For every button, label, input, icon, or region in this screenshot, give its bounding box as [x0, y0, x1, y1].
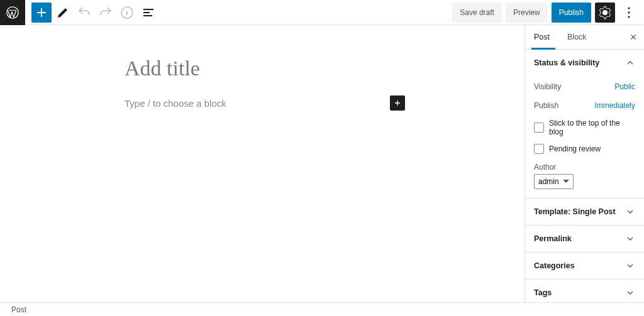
top-toolbar: Save draft Preview Publish: [0, 0, 644, 25]
outline-button[interactable]: [138, 3, 158, 23]
add-block-button[interactable]: [31, 3, 52, 23]
outline-icon: [141, 5, 156, 20]
wordpress-icon: [6, 6, 19, 19]
author-label: Author: [534, 158, 635, 174]
publish-value-link[interactable]: Immediately: [594, 101, 635, 110]
toolbar-left: [25, 3, 158, 23]
info-icon: [119, 5, 135, 20]
inline-add-block-button[interactable]: [390, 95, 405, 111]
edit-mode-button[interactable]: [53, 3, 73, 23]
undo-button[interactable]: [74, 3, 94, 23]
settings-sidebar: Post Block Status & visibility Visibilit…: [525, 25, 644, 302]
stick-top-checkbox[interactable]: [534, 123, 544, 133]
more-options-button[interactable]: [619, 3, 639, 23]
save-draft-button[interactable]: Save draft: [452, 3, 502, 23]
panel-title: Categories: [534, 261, 575, 270]
sidebar-tabs: Post Block: [525, 25, 644, 50]
visibility-value-link[interactable]: Public: [614, 82, 635, 91]
panel-template: Template: Single Post: [525, 199, 644, 226]
chevron-down-icon: [625, 234, 635, 244]
panel-permalink: Permalink: [525, 226, 644, 253]
panel-header-template[interactable]: Template: Single Post: [525, 199, 644, 225]
svg-point-3: [628, 11, 630, 13]
author-select[interactable]: admin: [534, 174, 574, 189]
panel-header-permalink[interactable]: Permalink: [525, 226, 644, 252]
kebab-icon: [621, 5, 636, 20]
chevron-down-icon: [625, 288, 635, 298]
panel-title: Template: Single Post: [534, 207, 616, 216]
pending-review-label: Pending review: [549, 144, 601, 153]
default-block-row: Type / to choose a block: [125, 95, 405, 111]
pencil-icon: [55, 5, 70, 20]
close-icon: [629, 33, 638, 41]
chevron-up-icon: [625, 58, 635, 68]
gear-icon: [597, 5, 613, 20]
redo-icon: [98, 5, 113, 20]
tab-block[interactable]: Block: [558, 25, 596, 49]
chevron-down-icon: [625, 261, 635, 271]
tab-post[interactable]: Post: [525, 25, 558, 49]
status-bar: Post: [0, 302, 644, 316]
main-area: Type / to choose a block Post Block Stat…: [0, 25, 644, 302]
publish-button[interactable]: Publish: [552, 3, 591, 23]
panel-title: Tags: [534, 288, 552, 297]
svg-point-2: [628, 7, 630, 9]
panel-status-visibility: Status & visibility Visibility Public Pu…: [525, 50, 644, 199]
svg-point-4: [628, 16, 630, 18]
plus-icon: [34, 5, 49, 20]
publish-label: Publish: [534, 101, 558, 110]
pending-review-checkbox[interactable]: [534, 144, 544, 154]
breadcrumb[interactable]: Post: [11, 305, 26, 314]
panel-categories: Categories: [525, 253, 644, 280]
plus-icon: [392, 98, 402, 108]
post-title-input[interactable]: [125, 57, 405, 80]
pending-review-row: Pending review: [534, 140, 635, 158]
stick-top-label: Stick to the top of the blog: [549, 119, 635, 136]
panel-tags: Tags: [525, 280, 644, 302]
visibility-label: Visibility: [534, 82, 561, 91]
settings-button[interactable]: [595, 3, 615, 23]
panel-header-tags[interactable]: Tags: [525, 280, 644, 302]
visibility-row: Visibility Public: [534, 77, 635, 96]
panel-header-status[interactable]: Status & visibility: [525, 50, 644, 76]
undo-icon: [77, 5, 92, 20]
editor-canvas: Type / to choose a block: [0, 25, 525, 302]
close-sidebar-button[interactable]: [623, 33, 644, 41]
stick-top-row: Stick to the top of the blog: [534, 115, 635, 140]
panel-title: Permalink: [534, 234, 572, 243]
toolbar-right: Save draft Preview Publish: [452, 3, 644, 23]
panel-body-status: Visibility Public Publish Immediately St…: [525, 76, 644, 198]
wordpress-logo[interactable]: [0, 0, 25, 25]
panel-header-categories[interactable]: Categories: [525, 253, 644, 279]
block-placeholder-text[interactable]: Type / to choose a block: [125, 98, 226, 109]
preview-button[interactable]: Preview: [506, 3, 548, 23]
info-button[interactable]: [117, 3, 137, 23]
chevron-down-icon: [625, 207, 635, 217]
redo-button[interactable]: [96, 3, 116, 23]
panel-title: Status & visibility: [534, 58, 599, 67]
publish-row: Publish Immediately: [534, 96, 635, 115]
